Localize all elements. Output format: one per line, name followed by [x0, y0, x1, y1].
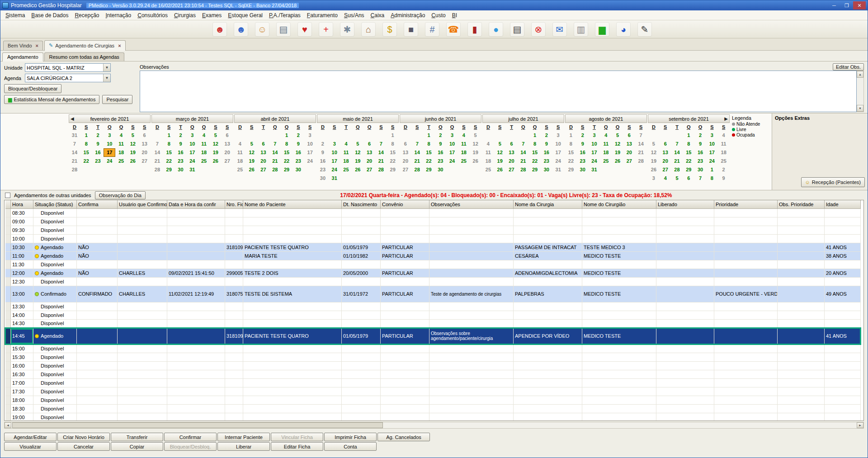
- calendar-day[interactable]: 29: [565, 165, 577, 174]
- calendar-day[interactable]: 12: [210, 140, 222, 148]
- cell-usuario[interactable]: [118, 396, 167, 404]
- column-header-obs-prioridade[interactable]: Obs. Prioridade: [778, 200, 825, 208]
- cell-status[interactable]: Disponível: [33, 311, 77, 319]
- calendar-day[interactable]: 14: [671, 148, 683, 157]
- calendar-day[interactable]: 17: [186, 148, 198, 157]
- cell-liberado[interactable]: [656, 234, 714, 243]
- calendar-day[interactable]: 18: [482, 157, 494, 165]
- calendar-day[interactable]: 24: [329, 165, 340, 174]
- tab-agendamento-de-cirurgias[interactable]: ✎Agendamento de Cirurgias×: [44, 40, 126, 51]
- cell-obs[interactable]: [429, 226, 514, 234]
- cell-convenio[interactable]: [381, 302, 429, 311]
- cell-confirmado_em[interactable]: [167, 404, 225, 413]
- calendar-day[interactable]: 1: [565, 131, 577, 140]
- cell-obs_prioridade[interactable]: [778, 353, 825, 361]
- calendar-day[interactable]: 10: [329, 148, 340, 157]
- cell-cirurgiao[interactable]: [582, 387, 656, 396]
- calendar-day[interactable]: 23: [292, 157, 304, 165]
- calendar-day[interactable]: 15: [80, 148, 92, 157]
- cell-obs[interactable]: [429, 234, 514, 243]
- cell-status[interactable]: Agendado: [33, 328, 77, 344]
- calendar-day[interactable]: 25: [458, 157, 470, 165]
- calendar-day[interactable]: 12: [648, 148, 660, 157]
- cell-obs[interactable]: [429, 269, 514, 277]
- cell-obs_prioridade[interactable]: [778, 328, 825, 344]
- cell-liberado[interactable]: [656, 319, 714, 328]
- cell-status[interactable]: Agendado: [33, 251, 77, 260]
- calendar-day[interactable]: 11: [482, 148, 494, 157]
- cell-convenio[interactable]: [381, 319, 429, 328]
- cell-confirma[interactable]: [77, 260, 118, 269]
- cell-cirurgiao[interactable]: MEDICO TESTE: [582, 286, 656, 302]
- calendar-day[interactable]: 13: [660, 148, 671, 157]
- calendar-day[interactable]: 28: [411, 165, 423, 174]
- cell-cirurgia[interactable]: [514, 217, 582, 226]
- cell-cirurgiao[interactable]: [582, 319, 656, 328]
- cell-prioridade[interactable]: [714, 208, 778, 217]
- menu-p-a-terapias[interactable]: P.A./Terapias: [266, 11, 304, 20]
- cell-usuario[interactable]: [118, 328, 167, 344]
- cell-obs_prioridade[interactable]: [778, 302, 825, 311]
- table-row-11-30[interactable]: 11:30Disponível: [5, 260, 861, 269]
- cell-idade[interactable]: [825, 311, 861, 319]
- editar-obs-button[interactable]: Editar Obs.: [833, 63, 864, 71]
- calendar-day[interactable]: 31: [186, 165, 198, 174]
- cell-cirurgia[interactable]: PASSAGEM DE INTRACAT: [514, 243, 582, 251]
- calendar-day[interactable]: 22: [80, 157, 92, 165]
- menu-administra-o[interactable]: Administração: [387, 11, 428, 20]
- cell-idade[interactable]: [825, 344, 861, 353]
- cell-obs_prioridade[interactable]: [778, 226, 825, 234]
- cell-convenio[interactable]: [381, 344, 429, 353]
- calendar-day[interactable]: 22: [683, 157, 694, 165]
- cell-cirurgiao[interactable]: [582, 413, 656, 421]
- calendar-day[interactable]: 2: [577, 131, 589, 140]
- cell-idade[interactable]: [825, 387, 861, 396]
- cell-status[interactable]: Disponível: [33, 404, 77, 413]
- cell-usuario[interactable]: [118, 353, 167, 361]
- cell-obs[interactable]: [429, 361, 514, 370]
- cell-cirurgiao[interactable]: [582, 208, 656, 217]
- cell-confirma[interactable]: [77, 328, 118, 344]
- cell-obs_prioridade[interactable]: [778, 217, 825, 226]
- cell-ficha[interactable]: [225, 387, 243, 396]
- calendar-day[interactable]: 3: [589, 131, 600, 140]
- cell-nascimento[interactable]: [342, 370, 381, 378]
- calendar-day[interactable]: 11: [600, 140, 612, 148]
- calendar-day[interactable]: 29: [423, 165, 435, 174]
- cell-confirmado_em[interactable]: 11/02/2021 12:19:49: [167, 286, 225, 302]
- cell-convenio[interactable]: PARTICULAR: [381, 269, 429, 277]
- calendar-day[interactable]: 19: [648, 157, 660, 165]
- cell-idade[interactable]: [825, 396, 861, 404]
- cell-confirmado_em[interactable]: [167, 251, 225, 260]
- cell-hora[interactable]: 14:30: [11, 319, 33, 328]
- calendar-day[interactable]: 10: [552, 140, 564, 148]
- cell-paciente[interactable]: [243, 277, 342, 286]
- cell-nascimento[interactable]: [342, 361, 381, 370]
- cell-confirma[interactable]: [77, 234, 118, 243]
- calendar-day[interactable]: 11: [234, 148, 246, 157]
- cell-ficha[interactable]: [225, 370, 243, 378]
- cell-confirmado_em[interactable]: [167, 413, 225, 421]
- cell-paciente[interactable]: [243, 353, 342, 361]
- calendar-day[interactable]: 18: [600, 148, 612, 157]
- cell-liberado[interactable]: [656, 413, 714, 421]
- cell-prioridade[interactable]: [714, 328, 778, 344]
- menu-interna-o[interactable]: Internação: [102, 11, 134, 20]
- cell-obs[interactable]: [429, 217, 514, 226]
- conta-button[interactable]: Conta: [324, 442, 377, 451]
- cell-convenio[interactable]: [381, 217, 429, 226]
- calendar-day[interactable]: 17: [552, 148, 564, 157]
- menu-faturamento[interactable]: Faturamento: [304, 11, 341, 20]
- calendar-day[interactable]: 9: [317, 148, 329, 157]
- cell-obs[interactable]: [429, 370, 514, 378]
- visualizar-button[interactable]: Visualizar: [4, 442, 57, 451]
- close-icon[interactable]: ×: [36, 43, 38, 48]
- calendar-day[interactable]: 21: [69, 157, 80, 165]
- cell-prioridade[interactable]: [714, 234, 778, 243]
- calendar-day[interactable]: 30: [175, 165, 187, 174]
- calendar-day[interactable]: 20: [623, 148, 635, 157]
- calendar-day[interactable]: 28: [269, 165, 281, 174]
- calendar-day[interactable]: 16: [694, 148, 706, 157]
- calendar-day[interactable]: 3: [552, 131, 564, 140]
- calendar-day[interactable]: 2: [175, 131, 187, 140]
